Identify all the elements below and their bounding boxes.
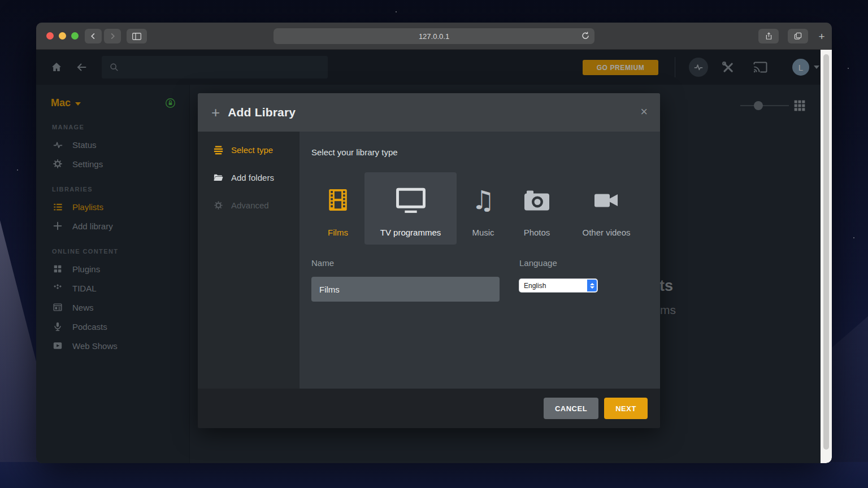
library-type-heading: Select your library type bbox=[311, 147, 398, 157]
type-label: Films bbox=[328, 228, 348, 237]
sidebar-toggle-button[interactable] bbox=[127, 29, 147, 43]
step-select-type[interactable]: Select type bbox=[198, 136, 300, 164]
close-icon[interactable]: × bbox=[640, 106, 648, 118]
language-select[interactable]: English bbox=[519, 279, 597, 292]
type-films[interactable]: Films bbox=[311, 172, 364, 245]
back-chevron-icon bbox=[89, 32, 97, 40]
dialog-header: + Add Library × bbox=[198, 93, 660, 132]
step-label: Add folders bbox=[231, 173, 274, 182]
reload-icon[interactable] bbox=[581, 31, 590, 40]
forward-chevron-icon bbox=[108, 32, 116, 40]
url-text: 127.0.0.1 bbox=[419, 32, 449, 41]
dialog-step-nav: Select type Add folders Ad bbox=[198, 132, 300, 389]
tv-monitor-icon bbox=[395, 172, 427, 228]
step-add-folders[interactable]: Add folders bbox=[198, 164, 300, 191]
step-label: Select type bbox=[231, 145, 273, 155]
share-button[interactable] bbox=[758, 29, 779, 43]
wallpaper-bottom-band bbox=[0, 462, 868, 488]
minimize-window-button[interactable] bbox=[59, 32, 66, 40]
select-stepper-icon bbox=[587, 280, 597, 291]
step-label: Advanced bbox=[231, 201, 269, 210]
scrollbar-thumb[interactable] bbox=[823, 54, 829, 450]
browser-toolbar: 127.0.0.1 + bbox=[36, 23, 832, 50]
video-camera-icon bbox=[593, 172, 620, 228]
library-type-row: Films TV programmes ♫ Music bbox=[311, 172, 649, 245]
next-button[interactable]: NEXT bbox=[604, 398, 648, 419]
language-value: English bbox=[524, 282, 546, 290]
camera-icon bbox=[523, 172, 550, 228]
library-name-input[interactable] bbox=[311, 277, 500, 302]
scrollbar-track[interactable] bbox=[821, 50, 832, 463]
type-other-videos[interactable]: Other videos bbox=[564, 172, 649, 245]
type-label: Other videos bbox=[582, 228, 630, 237]
type-photos[interactable]: Photos bbox=[510, 172, 564, 245]
sidebar-toggle-icon bbox=[132, 32, 142, 41]
browser-window: 127.0.0.1 + bbox=[36, 23, 832, 463]
type-label: TV programmes bbox=[380, 228, 441, 237]
new-tab-button[interactable]: + bbox=[815, 30, 828, 43]
filmstrip-icon bbox=[326, 172, 350, 228]
type-label: Photos bbox=[524, 228, 550, 237]
desktop: 127.0.0.1 + bbox=[0, 0, 868, 488]
share-icon bbox=[765, 32, 773, 41]
zoom-window-button[interactable] bbox=[71, 32, 79, 40]
close-window-button[interactable] bbox=[46, 32, 54, 40]
dialog-title: Add Library bbox=[228, 106, 296, 119]
music-note-icon: ♫ bbox=[471, 172, 494, 228]
justify-lines-icon bbox=[212, 145, 224, 156]
add-library-dialog: + Add Library × Select type bbox=[198, 93, 660, 428]
type-label: Music bbox=[472, 228, 494, 237]
step-advanced: Advanced bbox=[198, 191, 300, 219]
address-bar[interactable]: 127.0.0.1 bbox=[274, 28, 594, 44]
dialog-footer: CANCEL NEXT bbox=[198, 389, 660, 428]
language-label: Language bbox=[519, 258, 557, 268]
browser-forward-button[interactable] bbox=[104, 29, 121, 43]
browser-back-button[interactable] bbox=[85, 29, 102, 43]
dialog-body: Select type Add folders Ad bbox=[198, 132, 660, 389]
type-music[interactable]: ♫ Music bbox=[457, 172, 510, 245]
dialog-main: Select your library type Films bbox=[300, 132, 660, 389]
gear-icon bbox=[212, 200, 224, 211]
plus-icon: + bbox=[211, 104, 220, 121]
plex-page: GO PREMIUM L bbox=[36, 50, 832, 463]
cancel-button[interactable]: CANCEL bbox=[544, 398, 598, 419]
tabs-overview-icon bbox=[793, 32, 802, 41]
name-label: Name bbox=[311, 258, 334, 268]
folder-open-icon bbox=[212, 172, 224, 184]
type-tv-programmes[interactable]: TV programmes bbox=[364, 172, 457, 245]
tab-overview-button[interactable] bbox=[788, 29, 808, 43]
